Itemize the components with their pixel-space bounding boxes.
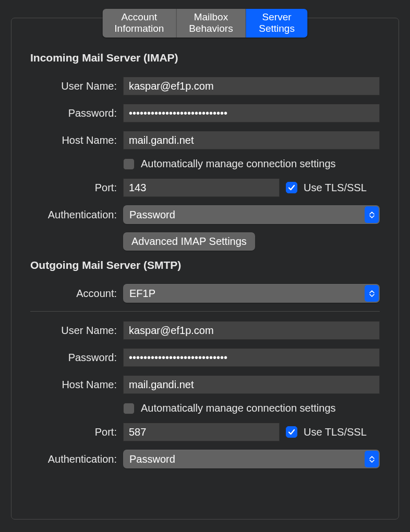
- outgoing-hostname-input[interactable]: [123, 375, 380, 394]
- outgoing-account-select[interactable]: EF1P: [123, 284, 380, 303]
- outgoing-use-tls-checkbox[interactable]: [286, 426, 297, 438]
- outgoing-auto-manage-checkbox[interactable]: [123, 403, 135, 414]
- tab-account-information[interactable]: Account Information: [103, 9, 177, 38]
- outgoing-account-label: Account:: [30, 288, 123, 300]
- outgoing-auth-value: Password: [129, 453, 175, 465]
- outgoing-hostname-label: Host Name:: [30, 379, 123, 391]
- tab-bar: Account Information Mailbox Behaviors Se…: [103, 9, 308, 38]
- chevron-up-down-icon: [365, 285, 379, 302]
- incoming-password-input[interactable]: [123, 104, 380, 122]
- incoming-auth-value: Password: [129, 209, 175, 221]
- settings-panel: Incoming Mail Server (IMAP) User Name: P…: [11, 18, 399, 519]
- outgoing-section-title: Outgoing Mail Server (SMTP): [30, 259, 380, 271]
- incoming-use-tls-checkbox[interactable]: [286, 182, 297, 193]
- tab-server-settings[interactable]: Server Settings: [246, 9, 308, 38]
- outgoing-account-value: EF1P: [129, 288, 155, 300]
- outgoing-username-label: User Name:: [30, 325, 123, 337]
- incoming-section-title: Incoming Mail Server (IMAP): [30, 52, 380, 64]
- chevron-up-down-icon: [365, 451, 379, 467]
- outgoing-auth-select[interactable]: Password: [123, 450, 380, 468]
- tab-mailbox-behaviors[interactable]: Mailbox Behaviors: [176, 9, 246, 38]
- incoming-auto-manage-checkbox[interactable]: [123, 158, 135, 170]
- chevron-up-down-icon: [365, 206, 379, 223]
- outgoing-username-input[interactable]: [123, 321, 380, 340]
- incoming-auto-manage-label: Automatically manage connection settings: [141, 158, 336, 170]
- incoming-auth-select[interactable]: Password: [123, 205, 380, 224]
- incoming-password-label: Password:: [30, 107, 123, 119]
- incoming-auth-label: Authentication:: [30, 209, 123, 221]
- incoming-username-input[interactable]: [123, 77, 380, 95]
- outgoing-port-label: Port:: [30, 426, 123, 438]
- divider: [30, 311, 380, 312]
- outgoing-use-tls-label: Use TLS/SSL: [304, 426, 367, 438]
- outgoing-password-label: Password:: [30, 352, 123, 364]
- outgoing-auto-manage-label: Automatically manage connection settings: [141, 402, 336, 414]
- advanced-imap-settings-button[interactable]: Advanced IMAP Settings: [123, 232, 255, 251]
- outgoing-password-input[interactable]: [123, 348, 380, 367]
- incoming-username-label: User Name:: [30, 80, 123, 92]
- incoming-use-tls-label: Use TLS/SSL: [304, 182, 367, 194]
- outgoing-port-input[interactable]: [123, 423, 280, 441]
- outgoing-auth-label: Authentication:: [30, 453, 123, 465]
- incoming-hostname-input[interactable]: [123, 131, 380, 150]
- incoming-port-input[interactable]: [123, 178, 280, 197]
- incoming-port-label: Port:: [30, 182, 123, 194]
- incoming-hostname-label: Host Name:: [30, 134, 123, 146]
